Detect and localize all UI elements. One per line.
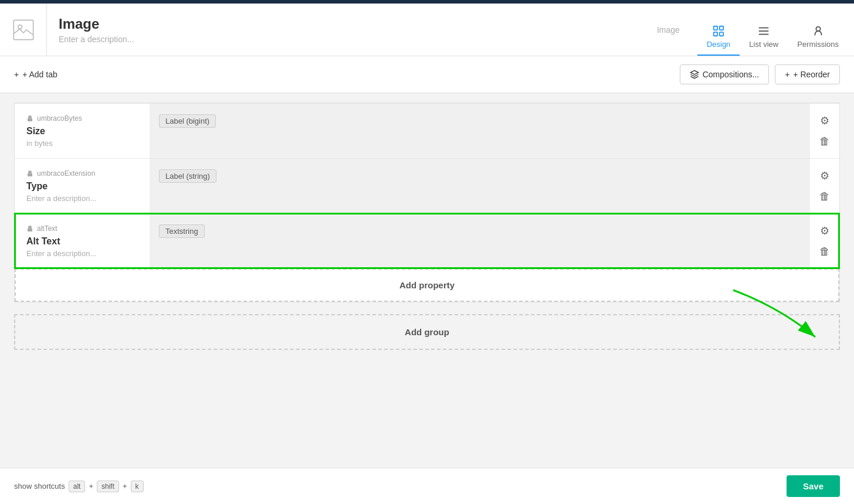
toolbar-right-actions: Compositions... + + Reorder xyxy=(680,64,840,84)
lock-icon xyxy=(26,170,33,177)
svg-point-9 xyxy=(816,27,820,31)
header-content: Image Enter a description... xyxy=(47,4,645,56)
design-tab-icon xyxy=(712,25,725,38)
lock-icon xyxy=(26,115,33,122)
content-area: umbracoBytes Size in bytes Label (bigint… xyxy=(0,103,854,350)
property-actions-size: ⚙ 🗑 xyxy=(810,104,839,158)
tab-design[interactable]: Design xyxy=(697,19,740,56)
property-actions-alttext: ⚙ 🗑 xyxy=(810,214,839,268)
reorder-icon: + xyxy=(785,70,789,79)
property-editor-size: Label (bigint) xyxy=(150,104,810,158)
add-property-button[interactable]: Add property xyxy=(399,280,455,290)
permissions-tab-icon xyxy=(812,25,825,38)
settings-button[interactable]: ⚙ xyxy=(820,224,829,237)
svg-rect-5 xyxy=(720,32,723,36)
property-editor-type: Label (string) xyxy=(150,159,810,213)
tab-permissions[interactable]: Permissions xyxy=(788,19,848,56)
settings-button[interactable]: ⚙ xyxy=(820,169,829,182)
property-alias-alttext: altText xyxy=(26,224,138,233)
property-actions-type: ⚙ 🗑 xyxy=(810,159,839,213)
compositions-icon xyxy=(690,70,699,79)
add-tab-button[interactable]: + + Add tab xyxy=(14,70,57,79)
property-left-type: umbracoExtension Type Enter a descriptio… xyxy=(15,159,150,213)
svg-rect-11 xyxy=(28,173,32,177)
document-icon-area xyxy=(0,4,47,56)
main-content: umbracoBytes Size in bytes Label (bigint… xyxy=(0,103,854,350)
lock-icon xyxy=(26,225,33,232)
add-property-row[interactable]: Add property xyxy=(15,268,839,302)
header-type-label: Image xyxy=(645,4,692,56)
header-description: Enter a description... xyxy=(59,35,633,44)
add-group-button[interactable]: Add group xyxy=(405,327,449,337)
property-editor-alttext: Textstring xyxy=(150,214,810,268)
table-row: umbracoBytes Size in bytes Label (bigint… xyxy=(15,103,839,158)
list-view-tab-icon xyxy=(757,25,770,38)
page-title: Image xyxy=(59,16,633,32)
property-group: umbracoBytes Size in bytes Label (bigint… xyxy=(14,103,840,302)
image-placeholder-icon xyxy=(12,18,35,42)
table-row: umbracoExtension Type Enter a descriptio… xyxy=(15,158,839,213)
header-tabs: Design List view Permissions xyxy=(692,4,854,56)
toolbar: + + Add tab Compositions... + + Reorder xyxy=(0,56,854,93)
tab-list-view[interactable]: List view xyxy=(740,19,788,56)
table-row: altText Alt Text Enter a description... … xyxy=(15,213,839,268)
delete-button[interactable]: 🗑 xyxy=(819,190,830,203)
property-alias-size: umbracoBytes xyxy=(26,114,138,122)
delete-button[interactable]: 🗑 xyxy=(819,246,830,258)
svg-rect-0 xyxy=(13,20,33,39)
compositions-button[interactable]: Compositions... xyxy=(680,64,769,84)
svg-point-1 xyxy=(18,25,22,29)
property-left-size: umbracoBytes Size in bytes xyxy=(15,104,150,158)
svg-rect-4 xyxy=(714,32,717,36)
reorder-button[interactable]: + + Reorder xyxy=(775,64,840,84)
svg-rect-3 xyxy=(720,26,723,30)
property-left-alttext: altText Alt Text Enter a description... xyxy=(15,214,150,268)
svg-rect-10 xyxy=(28,118,32,122)
delete-button[interactable]: 🗑 xyxy=(819,135,830,148)
add-tab-icon: + xyxy=(14,70,19,79)
add-group-row[interactable]: Add group xyxy=(14,314,840,350)
header: Image Enter a description... Image Desig… xyxy=(0,4,854,56)
svg-rect-2 xyxy=(714,26,717,30)
svg-rect-12 xyxy=(28,229,32,232)
settings-button[interactable]: ⚙ xyxy=(820,114,829,127)
property-alias-type: umbracoExtension xyxy=(26,169,138,178)
